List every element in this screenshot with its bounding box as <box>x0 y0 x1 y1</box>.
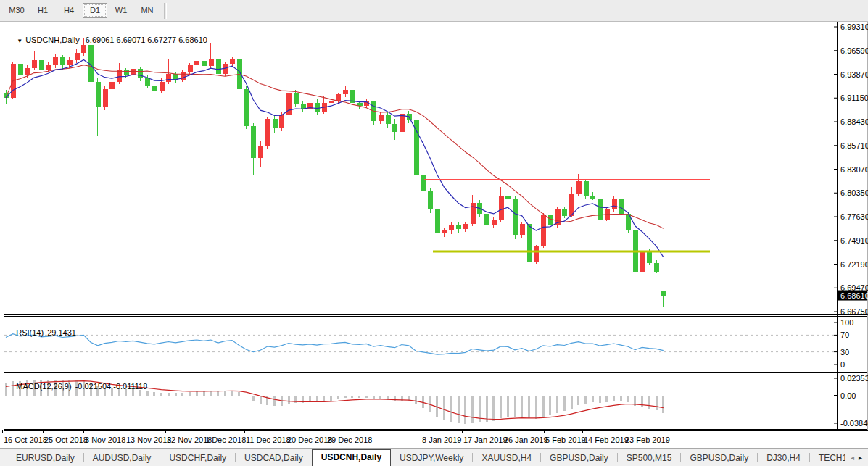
chevron-down-icon[interactable]: ▼ <box>17 38 22 44</box>
symbol-tab-bar: EURUSD,DailyAUDUSD,DailyUSDCHF,DailyUSDC… <box>0 448 868 466</box>
timeframe-toolbar: M30H1H4D1W1MN <box>0 0 868 22</box>
svg-text:6.85710: 6.85710 <box>840 141 868 150</box>
tab-gbpusd-daily[interactable]: GBPUSD,Daily <box>681 450 757 466</box>
svg-text:0.00: 0.00 <box>840 391 856 400</box>
symbol-tabs: EURUSD,DailyAUDUSD,DailyUSDCHF,DailyUSDC… <box>0 449 845 466</box>
svg-text:6.91150: 6.91150 <box>840 93 868 102</box>
svg-text:6.66750: 6.66750 <box>840 307 868 316</box>
macd-indicator-name: MACD(12,26,9) <box>16 382 71 391</box>
macd-current-values: -0.021504 -0.011118 <box>75 382 148 391</box>
timeframe-button-d1[interactable]: D1 <box>83 3 107 18</box>
rsi-indicator-name: RSI(14) <box>16 328 44 337</box>
rsi-indicator-label: RSI(14)29.1431 <box>7 320 76 346</box>
tab-usdjpy-weekly[interactable]: USDJPY,Weekly <box>391 450 472 466</box>
svg-text:29 Dec 2018: 29 Dec 2018 <box>327 436 372 444</box>
svg-text:1 Dec 2018: 1 Dec 2018 <box>205 436 246 444</box>
svg-text:8 Jan 2019: 8 Jan 2019 <box>422 436 461 444</box>
svg-text:25 Oct 2018: 25 Oct 2018 <box>44 436 88 444</box>
svg-text:11 Dec 2018: 11 Dec 2018 <box>246 436 291 444</box>
svg-text:30: 30 <box>840 348 849 357</box>
tab-sp500-m15[interactable]: SP500,M15 <box>618 450 681 466</box>
timeframe-button-m30[interactable]: M30 <box>4 3 29 18</box>
macd-indicator-label: MACD(12,26,9)-0.021504 -0.011118 <box>7 373 147 399</box>
chart-ohlc-values: 6.69061 6.69071 6.67277 6.68610 <box>86 36 207 44</box>
svg-text:6.96590: 6.96590 <box>840 46 868 55</box>
timeframe-button-h4[interactable]: H4 <box>57 3 81 18</box>
svg-text:6.72190: 6.72190 <box>840 260 868 269</box>
svg-text:6.99310: 6.99310 <box>840 22 868 31</box>
svg-text:6.88430: 6.88430 <box>840 117 868 126</box>
svg-text:6.68610: 6.68610 <box>840 291 868 300</box>
tab-xauusd-h4[interactable]: XAUUSD,H4 <box>473 450 540 466</box>
svg-text:6.93870: 6.93870 <box>840 70 868 79</box>
toolbar-separator <box>164 3 167 19</box>
svg-text:16 Oct 2018: 16 Oct 2018 <box>4 436 47 444</box>
chart-title: ▼USDCNH,Daily6.69061 6.69071 6.67277 6.6… <box>8 27 207 53</box>
chart-symbol-label: USDCNH,Daily <box>25 36 80 44</box>
tab-audusd-daily[interactable]: AUDUSD,Daily <box>84 450 160 466</box>
current-price-marker: 6.68610 <box>838 291 868 301</box>
svg-text:20 Dec 2018: 20 Dec 2018 <box>287 436 332 444</box>
svg-text:14 Feb 2019: 14 Feb 2019 <box>584 436 629 444</box>
svg-text:26 Jan 2019: 26 Jan 2019 <box>504 436 548 444</box>
timeframe-button-w1[interactable]: W1 <box>109 3 133 18</box>
svg-text:6.74910: 6.74910 <box>840 236 868 245</box>
tab-scroll-left-icon[interactable]: ◂ <box>851 454 854 462</box>
tab-scroll-arrows: ◂ ▸ <box>845 454 868 462</box>
svg-text:17 Jan 2019: 17 Jan 2019 <box>463 436 508 444</box>
svg-text:23 Feb 2019: 23 Feb 2019 <box>625 436 670 444</box>
tab-usdcnh-daily[interactable]: USDCNH,Daily <box>312 449 391 466</box>
svg-text:0.023534: 0.023534 <box>840 374 868 383</box>
tab-dj30-h4[interactable]: DJ30,H4 <box>758 450 809 466</box>
tab-usdchf-daily[interactable]: USDCHF,Daily <box>160 450 235 466</box>
tab-usdcad-daily[interactable]: USDCAD,Daily <box>236 450 312 466</box>
svg-text:100: 100 <box>840 318 853 327</box>
tab-eurusd-daily[interactable]: EURUSD,Daily <box>7 450 83 466</box>
tab-scroll-right-icon[interactable]: ▸ <box>859 454 862 462</box>
svg-text:6.77630: 6.77630 <box>840 212 868 221</box>
svg-text:0: 0 <box>840 360 845 369</box>
timeframe-button-h1[interactable]: H1 <box>30 3 55 18</box>
tab-tech100-h[interactable]: TECH100,H <box>810 450 845 466</box>
svg-text:3 Nov 2018: 3 Nov 2018 <box>85 436 125 444</box>
svg-text:70: 70 <box>840 330 849 339</box>
tab-gbpusd-daily[interactable]: GBPUSD,Daily <box>541 450 617 466</box>
svg-text:13 Nov 2018: 13 Nov 2018 <box>126 436 171 444</box>
terminal-window: M30H1H4D1W1MN 6.993106.965906.938706.911… <box>0 0 868 466</box>
rsi-current-value: 29.1431 <box>47 328 76 337</box>
svg-text:6.80350: 6.80350 <box>840 188 868 197</box>
timeframe-button-mn[interactable]: MN <box>135 3 160 18</box>
svg-text:5 Feb 2019: 5 Feb 2019 <box>545 436 586 444</box>
svg-text:-0.038466: -0.038466 <box>840 419 868 428</box>
timeframe-buttons: M30H1H4D1W1MN <box>0 3 160 18</box>
svg-text:6.83070: 6.83070 <box>840 165 868 174</box>
